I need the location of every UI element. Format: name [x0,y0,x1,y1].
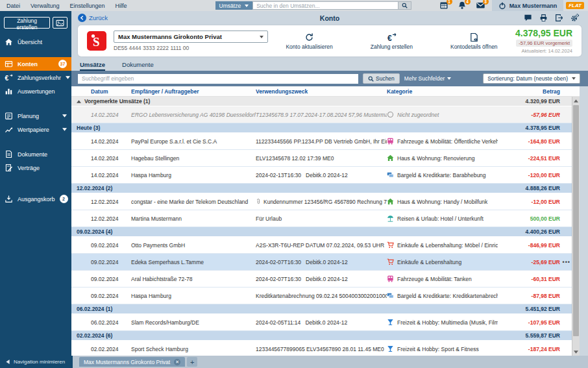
tx-purpose: 2024-02-13T16:30 Debitk.0 2024-12 [256,172,387,178]
document-tab-label: Max Mustermanns Girokonto Privat [84,359,170,365]
action-label: Zahlung erstellen [371,43,413,50]
chevron-down-icon [447,77,451,80]
tx-purpose: Kreditkartenabrechnung 09.02.24 50040030… [256,293,387,299]
group-row[interactable]: Heute (3)4.378,95 EUR [71,123,580,133]
unread-dot [77,172,91,178]
new-payment-button[interactable]: Zahlung erstellen [4,17,50,29]
close-icon[interactable]: ✕ [174,359,180,365]
scrollbar-thumb[interactable] [573,105,579,336]
group-row[interactable]: Vorgemerkte Umsätze (1)4.320,99 EUR [71,97,580,106]
menu-einstellungen[interactable]: Einstellungen [70,3,105,9]
sidebar-item-auswertungen[interactable]: Auswertungen [0,84,71,98]
sidebar-item-ausgangskorb[interactable]: Ausgangskorb 2 [0,192,71,206]
transaction-row[interactable]: 06.02.2024Slam Records/Hamburg/DE2024-02… [71,314,580,331]
sort-select[interactable]: Sortierung: Datum (neuste oben) [483,73,580,84]
back-button[interactable]: Zurück [78,14,108,22]
transaction-row[interactable]: 12.02.2024Martina MustermannFür UrlaubRe… [71,210,580,227]
transaction-row[interactable]: 14.02.2024ERGO Lebensversicherung AG 401… [71,106,580,123]
col-empfaenger[interactable]: Empfänger / Auftraggeber [131,88,256,95]
sidebar-item-konten[interactable]: Konten 37 [0,57,71,71]
add-tab-button[interactable]: + [187,357,197,367]
group-sum: 5.451,92 EUR [526,306,560,312]
group-row[interactable]: 12.02.2024 (2)4.888,26 EUR [71,184,580,193]
photo-transfer-button[interactable] [53,17,67,29]
sidebar-item-zahlungsverkehr[interactable]: € Zahlungsverkehr [0,71,71,84]
transaction-row[interactable]: 14.02.2024Hagebau StellingenELV12345678 … [71,150,580,167]
group-row[interactable]: 02.02.2024 (6)5.559,87 EUR [71,331,580,341]
menu-verwaltung[interactable]: Verwaltung [31,3,60,9]
settings-gear-icon[interactable] [570,14,579,22]
group-sum: 4.320,99 EUR [526,98,560,104]
open-account-details-button[interactable]: Kontodetails öffnen [450,32,498,50]
row-more-button[interactable]: ••• [563,259,570,265]
calendar-notification-button[interactable]: 1 [439,1,449,10]
pending-amount-note: -57,96 EUR vorgemerkt [516,40,572,47]
alerts-button[interactable]: 4 [458,1,467,10]
tx-category: Haus & Wohnung: Handy / Mobilfunk [387,198,498,205]
account-select[interactable]: Max Mustermanns Girokonto Privat [114,31,268,43]
col-kategorie[interactable]: Kategorie [387,88,498,95]
transaction-row[interactable]: 14.02.2024PayPal Europe S.a.r.l. et Cie … [71,133,580,150]
accounts-count-badge: 37 [58,60,67,68]
tab-dokumente[interactable]: Dokumente [122,61,154,71]
transaction-row[interactable]: 09.02.2024Edeka Semperhaus L.Tamme2024-0… [71,254,580,271]
comment-icon[interactable] [524,14,532,22]
sidebar-item-planung[interactable]: Planung [0,109,71,123]
refresh-account-button[interactable]: Konto aktualisieren [286,32,332,50]
tx-date: 06.02.2024 [91,319,131,326]
group-row[interactable]: 09.02.2024 (4)4.400,26 EUR [71,227,580,237]
group-row[interactable]: 06.02.2024 (1)5.451,92 EUR [71,304,580,314]
tx-category: Einkäufe & Lebenshaltung: Möbel / Einric… [387,241,498,249]
refresh-icon [304,32,314,42]
col-verwendungszweck[interactable]: Verwendungszweck [256,88,387,95]
back-label: Zurück [89,14,108,21]
tx-category: Freizeit & Hobby: Multimedia (Musik, Fil… [387,319,498,326]
transaction-row[interactable]: 09.02.2024Otto Payments GmbHA2S-X3R-T6U-… [71,237,580,254]
user-menu[interactable]: Max Mustermann [492,0,564,11]
back-arrow-icon [78,14,86,22]
messages-badge: 3 [483,0,489,5]
tx-amount: -164,80 EUR [498,138,560,145]
export-icon[interactable] [555,14,563,22]
tx-purpose: Kundennummer 123456/RG 4567890 Rechnung … [256,198,387,205]
filter-search-input[interactable] [78,74,358,84]
tx-purpose: ELV12345678 12.02 17:39 ME0 [256,155,387,162]
sidebar-item-vertraege[interactable]: Verträge [0,161,71,175]
transaction-row[interactable]: 14.02.2024Haspa Hamburg2024-02-13T16:30 … [71,167,580,184]
collapse-navigation-button[interactable]: Navigation minimieren [0,356,73,368]
sidebar-item-label: Wertpapiere [18,127,49,133]
transaction-row[interactable]: 09.02.2024Aral Habichtstraße 72-782024-0… [71,271,580,288]
global-search-button[interactable] [398,1,411,10]
search-scope-select[interactable]: Umsätze [215,1,253,10]
menu-hilfe[interactable]: Hilfe [116,3,127,9]
group-label: 12.02.2024 (2) [77,185,112,191]
transaction-row[interactable]: 02.02.2024Sport Scheck Hamburg1233445677… [71,341,580,356]
create-payment-button[interactable]: € Zahlung erstellen [371,32,413,50]
transactions-table: Datum Empfänger / Auftraggeber Verwendun… [71,86,580,356]
sidebar-item-uebersicht[interactable]: Übersicht [0,35,71,49]
sidebar-item-label: Konten [18,61,38,67]
vertical-scrollbar[interactable] [572,97,580,356]
col-betrag[interactable]: Betrag [498,88,560,95]
transaction-row[interactable]: 09.02.2024Haspa HamburgKreditkartenabrec… [71,288,580,304]
transaction-row[interactable]: 12.02.2024congstar - eine Marke der Tele… [71,193,580,210]
sidebar-item-wertpapiere[interactable]: Wertpapiere [0,123,71,136]
bar-chart-icon [5,87,13,95]
tx-payee: Aral Habichtstraße 72-78 [131,276,256,282]
tx-category: Fahrzeuge & Mobilität: Tanken [387,275,498,282]
print-icon[interactable] [539,14,548,22]
global-search-input[interactable] [252,1,398,10]
scroll-up-icon[interactable] [572,97,580,104]
tab-umsaetze[interactable]: Umsätze [80,61,105,71]
table-header: Datum Empfänger / Auftraggeber Verwendun… [71,86,580,97]
tx-amount: -224,51 EUR [498,155,560,162]
cards-icon [387,292,394,299]
scroll-down-icon[interactable] [572,348,580,356]
account-document-tab[interactable]: Max Mustermanns Girokonto Privat ✕ [79,357,185,367]
col-datum[interactable]: Datum [91,88,131,95]
messages-button[interactable]: 3 [476,1,485,10]
menu-datei[interactable]: Datei [6,3,20,9]
more-search-fields-link[interactable]: Mehr Suchfelder [404,75,451,82]
sidebar-item-dokumente[interactable]: Dokumente [0,147,71,161]
filter-search-button[interactable]: Suchen [363,73,400,84]
